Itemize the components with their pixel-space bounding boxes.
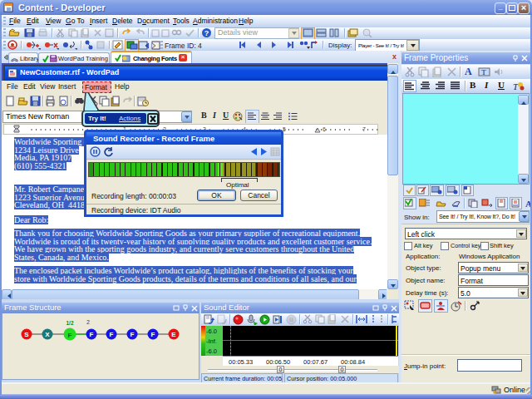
svg-text:2: 2 [86,319,90,325]
svg-text:E: E [171,331,176,338]
svg-text:?: ? [204,29,209,37]
svg-text:6: 6 [323,126,326,132]
svg-text:F: F [90,331,94,338]
svg-text:F: F [131,331,135,338]
svg-text:S: S [24,331,29,338]
svg-text:X: X [45,331,50,338]
svg-text:1/2: 1/2 [66,320,73,326]
svg-text:F: F [151,331,155,338]
svg-text:T: T [481,68,486,76]
svg-text:T: T [513,81,519,91]
svg-text:F: F [110,331,114,338]
svg-text:F: F [68,332,72,339]
